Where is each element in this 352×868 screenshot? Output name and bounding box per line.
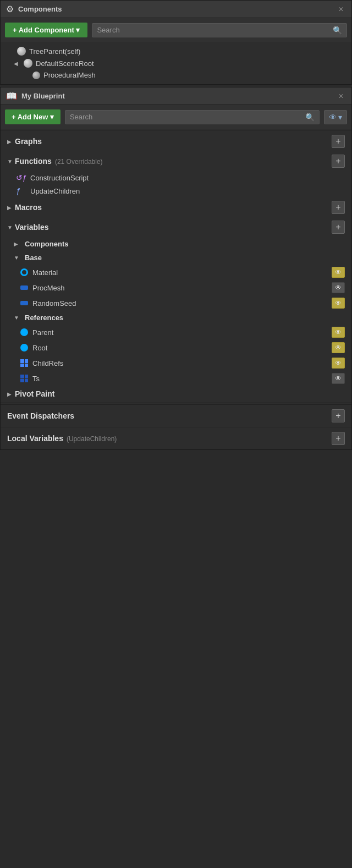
- components-search-wrap: 🔍: [92, 23, 347, 37]
- construction-script-icon: ↺ƒ: [16, 173, 26, 182]
- material-visibility-badge[interactable]: 👁: [332, 267, 345, 278]
- event-dispatchers-add-button[interactable]: +: [332, 409, 345, 422]
- components-panel-header: ⚙ Components ✕: [1, 1, 351, 18]
- components-group-label: Components: [25, 240, 345, 248]
- chevron-down-icon: ▾: [338, 113, 342, 122]
- ts-label: Ts: [32, 375, 327, 383]
- root-dot: [20, 344, 28, 351]
- local-variables-subtitle: (UpdateChildren): [67, 435, 117, 443]
- variables-section[interactable]: ▼ Variables +: [1, 217, 351, 237]
- sphere-icon-proc: [32, 72, 40, 79]
- graphs-add-button[interactable]: +: [332, 135, 345, 148]
- components-toolbar: + Add Component ▾ 🔍: [1, 18, 351, 42]
- tree-item-default-scene-root[interactable]: ◀ DefaultSceneRoot: [1, 57, 351, 69]
- book-icon: 📖: [6, 91, 17, 101]
- visibility-toggle-button[interactable]: 👁 ▾: [324, 110, 347, 124]
- sphere-icon: [17, 47, 26, 56]
- add-component-button[interactable]: + Add Component ▾: [5, 23, 87, 37]
- material-dot: [20, 268, 28, 276]
- update-children-item[interactable]: ƒ UpdateChildren: [1, 184, 351, 197]
- eye-icon: 👁: [329, 113, 337, 122]
- tree-item-label-default: DefaultSceneRoot: [36, 59, 94, 68]
- functions-subtitle: (21 Overridable): [55, 158, 103, 166]
- eye-open-icon3: 👁: [335, 328, 342, 336]
- eye-open-icon: 👁: [335, 268, 342, 276]
- construction-script-item[interactable]: ↺ƒ ConstructionScript: [1, 171, 351, 184]
- eye-open-icon5: 👁: [335, 359, 342, 367]
- functions-section[interactable]: ▼ Functions(21 Overridable) +: [1, 151, 351, 171]
- material-label: Material: [32, 268, 327, 277]
- graphs-title: Graphs: [15, 137, 332, 146]
- construction-script-label: ConstructionScript: [30, 174, 345, 182]
- components-group[interactable]: ▶ Components: [1, 237, 351, 251]
- components-tree: TreeParent(self) ◀ DefaultSceneRoot Proc…: [1, 42, 351, 84]
- tree-item-procedural-mesh[interactable]: ProceduralMesh: [1, 69, 351, 81]
- parent-label: Parent: [32, 328, 327, 337]
- local-variables-add-button[interactable]: +: [332, 432, 345, 445]
- proc-mesh-label: ProcMesh: [32, 284, 327, 292]
- root-visibility-badge[interactable]: 👁: [332, 342, 345, 353]
- root-var[interactable]: Root 👁: [1, 340, 351, 355]
- pivot-paint-section[interactable]: ▶ Pivot Paint: [1, 386, 351, 402]
- base-group[interactable]: ▼ Base: [1, 251, 351, 265]
- functions-add-button[interactable]: +: [332, 155, 345, 168]
- proc-mesh-visibility-badge[interactable]: 👁: [332, 282, 345, 293]
- random-seed-label: RandomSeed: [32, 299, 327, 307]
- random-seed-var[interactable]: RandomSeed 👁: [1, 295, 351, 311]
- child-refs-dot: [20, 359, 28, 367]
- ts-dot: [20, 375, 28, 382]
- macros-section[interactable]: ▶ Macros +: [1, 197, 351, 217]
- my-blueprint-panel-header: 📖 My Blueprint ✕: [1, 87, 351, 105]
- local-variables-section[interactable]: Local Variables(UpdateChildren) +: [1, 427, 351, 449]
- parent-var[interactable]: Parent 👁: [1, 325, 351, 340]
- child-refs-label: ChildRefs: [32, 359, 327, 367]
- parent-visibility-badge[interactable]: 👁: [332, 327, 345, 338]
- child-refs-visibility-badge[interactable]: 👁: [332, 358, 345, 369]
- my-blueprint-panel: 📖 My Blueprint ✕ + Add New ▾ 🔍 👁 ▾ ▶ Gra…: [0, 87, 352, 450]
- parent-dot: [20, 328, 28, 336]
- references-group-arrow: ▼: [14, 315, 21, 321]
- components-panel-title: Components: [18, 5, 332, 13]
- add-new-button[interactable]: + Add New ▾: [5, 109, 61, 124]
- variables-title: Variables: [15, 223, 332, 232]
- components-panel-close[interactable]: ✕: [336, 6, 346, 13]
- base-group-arrow: ▼: [14, 255, 21, 261]
- ts-visibility-badge[interactable]: 👁: [332, 373, 345, 384]
- macros-add-button[interactable]: +: [332, 201, 345, 214]
- tree-arrow-default: ◀: [14, 61, 20, 67]
- event-dispatchers-title: Event Dispatchers: [7, 411, 332, 420]
- tree-item-tree-parent[interactable]: TreeParent(self): [1, 45, 351, 57]
- components-search-icon: 🔍: [333, 26, 342, 35]
- components-group-arrow: ▶: [14, 241, 21, 247]
- graphs-section[interactable]: ▶ Graphs +: [1, 131, 351, 151]
- base-group-label: Base: [25, 254, 345, 262]
- eye-closed-icon2: 👁: [335, 375, 342, 382]
- my-blueprint-panel-title: My Blueprint: [21, 92, 332, 100]
- macros-arrow: ▶: [7, 205, 15, 211]
- proc-mesh-var[interactable]: ProcMesh 👁: [1, 280, 351, 295]
- variables-add-button[interactable]: +: [332, 221, 345, 234]
- components-search-input[interactable]: [97, 26, 331, 34]
- my-blueprint-panel-close[interactable]: ✕: [336, 92, 346, 100]
- random-seed-visibility-badge[interactable]: 👁: [332, 298, 345, 309]
- material-var[interactable]: Material 👁: [1, 265, 351, 280]
- update-children-icon: ƒ: [16, 186, 26, 195]
- tree-item-label-proc: ProceduralMesh: [43, 71, 96, 79]
- eye-open-icon4: 👁: [335, 344, 342, 351]
- tree-item-label: TreeParent(self): [29, 47, 80, 56]
- references-group[interactable]: ▼ References: [1, 311, 351, 325]
- eye-open-icon2: 👁: [335, 299, 342, 307]
- my-blueprint-toolbar: + Add New ▾ 🔍 👁 ▾: [1, 105, 351, 129]
- event-dispatchers-section[interactable]: Event Dispatchers +: [1, 404, 351, 427]
- ts-var[interactable]: Ts 👁: [1, 371, 351, 386]
- bottom-divider: [1, 403, 351, 403]
- macros-title: Macros: [15, 203, 332, 212]
- components-icon: ⚙: [6, 4, 14, 14]
- blueprint-search-wrap: 🔍: [65, 110, 320, 124]
- child-refs-var[interactable]: ChildRefs 👁: [1, 355, 351, 371]
- blueprint-search-icon: 🔍: [305, 113, 315, 122]
- local-variables-title: Local Variables(UpdateChildren): [7, 434, 332, 443]
- toolbar-divider: [1, 130, 351, 130]
- variables-arrow: ▼: [7, 224, 15, 230]
- blueprint-search-input[interactable]: [70, 113, 303, 121]
